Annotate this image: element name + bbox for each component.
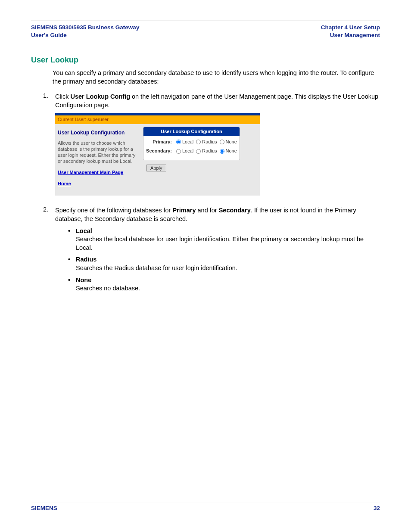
secondary-row: Secondary: Local Radius None (146, 148, 237, 154)
bullet-local: Local Searches the local database for us… (68, 227, 380, 252)
shot-left-desc: Allows the user to choose which database… (58, 140, 140, 164)
step-number: 1. (43, 92, 55, 202)
step-1-text: Click User Lookup Config on the left nav… (55, 92, 380, 202)
embedded-screenshot: Current User: superuser User Lookup Conf… (55, 113, 260, 196)
secondary-label: Secondary: (146, 148, 174, 154)
config-panel: User Lookup Configuration Primary: Local… (143, 127, 240, 160)
header-right-line2: User Management (321, 31, 380, 39)
primary-none-radio[interactable] (220, 140, 224, 144)
footer-page-number: 32 (374, 505, 380, 511)
link-user-management-main[interactable]: User Management Main Page (58, 169, 140, 176)
footer-brand: SIEMENS (31, 505, 57, 511)
secondary-radius-radio[interactable] (196, 149, 201, 154)
primary-radius-radio[interactable] (196, 140, 201, 144)
secondary-none-radio[interactable] (220, 149, 224, 154)
page-header: SIEMENS 5930/5935 Business Gateway User'… (31, 24, 380, 39)
secondary-local-radio[interactable] (176, 149, 181, 154)
bullet-radius: Radius Searches the Radius database for … (68, 255, 380, 272)
header-right-line1: Chapter 4 User Setup (321, 24, 380, 31)
section-heading: User Lookup (31, 56, 380, 65)
primary-label: Primary: (146, 139, 174, 145)
shot-left-heading: User Lookup Configuration (58, 129, 140, 137)
bullet-none: None Searches no database. (68, 276, 380, 293)
apply-button[interactable]: Apply (146, 165, 166, 171)
header-left-line1: SIEMENS 5930/5935 Business Gateway (31, 24, 139, 31)
primary-row: Primary: Local Radius None (146, 139, 237, 145)
page-footer: SIEMENS 32 (31, 503, 380, 511)
step-2-text: Specify one of the following databases f… (55, 206, 380, 296)
section-intro: You can specify a primary and secondary … (53, 69, 380, 86)
link-home[interactable]: Home (58, 180, 140, 187)
header-left-line2: User's Guide (31, 31, 139, 39)
step-number: 2. (43, 206, 55, 296)
primary-local-radio[interactable] (176, 140, 181, 144)
config-panel-title: User Lookup Configuration (143, 127, 240, 136)
current-user-bar: Current User: superuser (55, 115, 260, 124)
